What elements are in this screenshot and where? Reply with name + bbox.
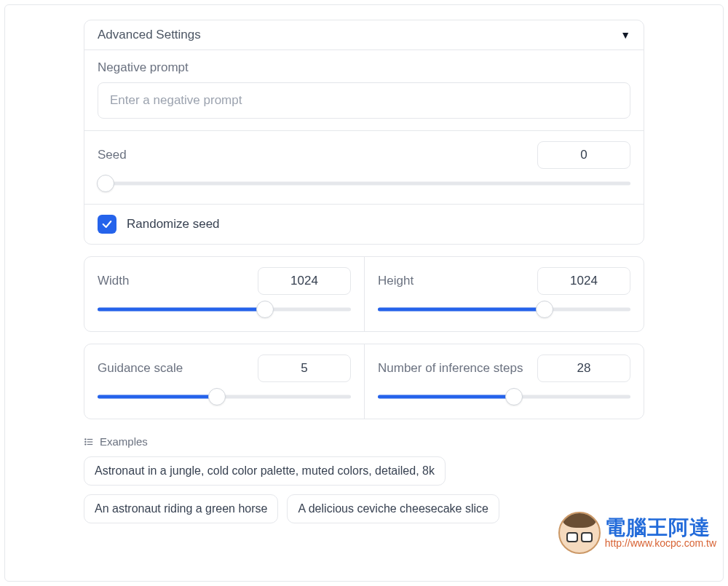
chevron-down-icon: ▼ xyxy=(620,29,630,41)
generation-panel: Guidance scale 5 Number of inference ste… xyxy=(84,344,644,419)
svg-point-5 xyxy=(85,443,86,444)
width-value-input[interactable]: 1024 xyxy=(258,267,351,295)
examples-row-2: An astronaut riding a green horse A deli… xyxy=(84,494,644,523)
advanced-settings-toggle[interactable]: Advanced Settings ▼ xyxy=(84,20,644,50)
check-icon xyxy=(101,218,113,230)
guidance-label: Guidance scale xyxy=(98,361,183,376)
steps-cell: Number of inference steps 28 xyxy=(364,344,644,419)
randomize-seed-row[interactable]: Randomize seed xyxy=(84,204,644,244)
seed-slider-thumb[interactable] xyxy=(97,175,114,192)
steps-value-input[interactable]: 28 xyxy=(537,355,630,382)
seed-value-input[interactable]: 0 xyxy=(537,141,630,169)
seed-slider-track xyxy=(98,182,630,186)
height-slider[interactable] xyxy=(378,301,630,318)
list-icon xyxy=(84,437,94,447)
negative-prompt-input[interactable] xyxy=(98,82,630,119)
settings-container: Advanced Settings ▼ Negative prompt Seed… xyxy=(4,4,724,582)
seed-section: Seed 0 xyxy=(84,130,644,204)
guidance-slider[interactable] xyxy=(98,388,351,405)
example-chip[interactable]: A delicious ceviche cheesecake slice xyxy=(287,494,499,523)
height-cell: Height 1024 xyxy=(364,257,644,331)
seed-slider[interactable] xyxy=(98,175,630,192)
height-value-input[interactable]: 1024 xyxy=(537,267,630,295)
randomize-seed-checkbox[interactable] xyxy=(98,215,116,234)
guidance-cell: Guidance scale 5 xyxy=(84,344,364,419)
width-cell: Width 1024 xyxy=(84,257,364,331)
example-chip[interactable]: An astronaut riding a green horse xyxy=(84,494,278,523)
randomize-seed-label: Randomize seed xyxy=(127,217,220,231)
svg-point-4 xyxy=(85,441,86,442)
advanced-settings-title: Advanced Settings xyxy=(98,28,201,42)
example-chip[interactable]: Astronaut in a jungle, cold color palett… xyxy=(84,456,446,486)
negative-prompt-section: Negative prompt xyxy=(84,50,644,130)
width-label: Width xyxy=(98,274,129,288)
svg-point-3 xyxy=(85,438,86,439)
dimensions-panel: Width 1024 Height 1024 xyxy=(84,256,644,332)
examples-row-1: Astronaut in a jungle, cold color palett… xyxy=(84,456,644,486)
examples-header: Examples xyxy=(84,435,644,448)
width-slider[interactable] xyxy=(98,301,351,318)
seed-label: Seed xyxy=(98,148,127,162)
height-label: Height xyxy=(378,274,414,288)
advanced-settings-panel: Advanced Settings ▼ Negative prompt Seed… xyxy=(84,20,644,245)
steps-slider[interactable] xyxy=(378,388,630,405)
negative-prompt-label: Negative prompt xyxy=(98,60,630,75)
guidance-value-input[interactable]: 5 xyxy=(258,355,351,382)
steps-label: Number of inference steps xyxy=(378,361,523,376)
examples-title: Examples xyxy=(100,435,148,448)
